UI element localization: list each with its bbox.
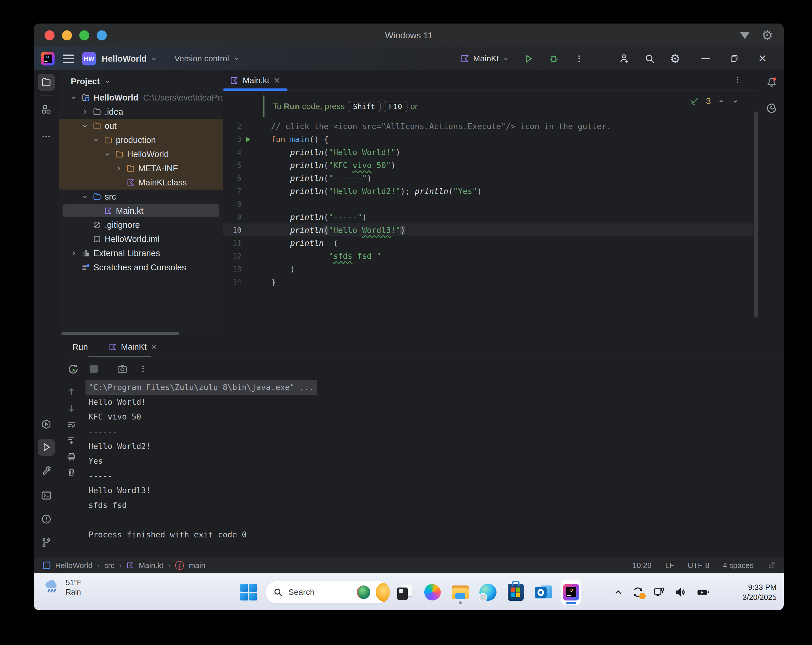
vm-settings-gear-icon[interactable]: ⚙ — [762, 29, 773, 42]
editor-scrollbar[interactable] — [754, 111, 758, 318]
start-button[interactable] — [240, 584, 257, 601]
terminal-tool-button[interactable] — [38, 487, 55, 504]
tree-item-helloworld-iml[interactable]: HelloWorld.iml — [59, 232, 223, 246]
run-tool-button[interactable] — [38, 439, 55, 456]
vm-dropdown-icon[interactable] — [740, 32, 750, 39]
tray-display-icon[interactable] — [653, 586, 665, 598]
stop-button[interactable] — [87, 362, 100, 375]
tree-item-mainkt-class[interactable]: MainKt.class — [59, 175, 223, 189]
tree-item-helloworld[interactable]: HelloWorldC:\Users\eve\IdeaProjec — [59, 90, 223, 105]
vcs-widget[interactable]: Version control — [174, 54, 240, 63]
editor-options-kebab-icon[interactable] — [733, 75, 742, 84]
notifications-bell-icon[interactable] — [763, 74, 780, 91]
tray-volume-icon[interactable] — [674, 586, 687, 598]
code-line-11[interactable]: 11 println ( — [223, 236, 753, 249]
project-horizontal-scrollbar[interactable] — [61, 332, 179, 335]
code-line-12[interactable]: 12 "sfds fsd " — [223, 249, 753, 262]
tree-item--gitignore[interactable]: .gitignore — [59, 218, 223, 232]
code-line-9[interactable]: 9 println("-----") — [223, 210, 753, 223]
code-line-4[interactable]: 4 println("Hello World!") — [223, 146, 753, 159]
line-ending[interactable]: LF — [665, 561, 674, 570]
editor-area[interactable]: 2// click the <icon src="AllIcons.Action… — [223, 70, 759, 336]
file-explorer-button[interactable] — [450, 579, 470, 605]
tray-battery-icon[interactable] — [696, 586, 710, 598]
project-tool-button[interactable] — [38, 74, 55, 91]
edge-button[interactable] — [478, 579, 498, 605]
chevron-down-icon[interactable] — [103, 150, 112, 159]
file-encoding[interactable]: UTF-8 — [688, 561, 710, 570]
taskbar-weather-widget[interactable]: 51°F Rain — [42, 578, 81, 597]
console-kebab-icon[interactable] — [136, 362, 150, 375]
console[interactable]: "C:\Program Files\Zulu\zulu-8\bin\java.e… — [59, 380, 784, 557]
tree-item-helloworld[interactable]: HelloWorld — [59, 147, 223, 161]
scroll-down-icon[interactable] — [66, 403, 77, 414]
chevron-down-icon[interactable] — [69, 93, 78, 102]
caret-position[interactable]: 10:29 — [632, 561, 652, 570]
tree-item-main-kt[interactable]: Main.kt — [59, 204, 223, 218]
scroll-to-end-icon[interactable] — [66, 435, 77, 447]
chevron-down-icon[interactable] — [92, 136, 101, 145]
outlook-button[interactable] — [534, 579, 553, 605]
print-icon[interactable] — [66, 451, 77, 462]
window-maximize-button[interactable] — [728, 52, 741, 65]
tree-item-meta-inf[interactable]: META-INF — [59, 161, 223, 175]
breadcrumb-src[interactable]: src — [104, 561, 115, 570]
services-tool-button[interactable] — [38, 416, 55, 433]
tree-item-production[interactable]: production — [59, 133, 223, 147]
tree-item-src[interactable]: src — [59, 189, 223, 204]
code-line-13[interactable]: 13 ) — [223, 262, 753, 275]
run-tab-close-icon[interactable]: ✕ — [151, 343, 157, 352]
task-view-button[interactable] — [395, 579, 415, 605]
run-configuration-selector[interactable]: MainKt — [460, 54, 510, 63]
ai-assistant-icon[interactable] — [763, 100, 780, 117]
project-panel-header[interactable]: Project — [59, 70, 223, 90]
intellij-idea-button[interactable]: IJ — [562, 579, 581, 605]
code-line-3[interactable]: 3fun main() { — [223, 133, 753, 146]
scroll-up-icon[interactable] — [66, 386, 77, 398]
tree-item-out[interactable]: out — [59, 119, 223, 133]
screenshot-camera-icon[interactable] — [116, 362, 129, 375]
code-line-5[interactable]: 5 println("KFC vivo 50") — [223, 159, 753, 172]
tree-item-scratches-and-consoles[interactable]: Scratches and Consoles — [59, 260, 223, 274]
structure-tool-button[interactable] — [38, 101, 55, 118]
search-everywhere-icon[interactable] — [643, 52, 656, 65]
run-tab-mainkt[interactable]: MainKt ✕ — [108, 342, 157, 352]
rerun-button[interactable] — [67, 362, 79, 375]
taskbar-clock[interactable]: 9:33 PM 3/20/2025 — [742, 574, 777, 610]
copilot-button[interactable] — [423, 579, 442, 605]
run-button[interactable] — [522, 52, 535, 65]
problems-tool-button[interactable] — [38, 511, 55, 528]
main-menu-button[interactable] — [63, 55, 74, 63]
tab-close-icon[interactable]: ✕ — [273, 76, 280, 85]
tree-item-external-libraries[interactable]: External Libraries — [59, 246, 223, 260]
code-line-6[interactable]: 6 println("------") — [223, 172, 753, 185]
code-line-14[interactable]: 14} — [223, 275, 753, 288]
project-avatar[interactable]: HW — [82, 52, 96, 66]
tree-item--idea[interactable]: .idea — [59, 105, 223, 119]
microsoft-store-button[interactable] — [506, 579, 525, 605]
chevron-down-icon[interactable] — [81, 192, 89, 201]
code-with-me-icon[interactable] — [618, 52, 631, 65]
inspections-widget[interactable]: 3 — [690, 96, 739, 106]
chevron-down-icon[interactable] — [81, 122, 89, 130]
code-line-8[interactable]: 8 — [223, 198, 753, 210]
code-line-7[interactable]: 7 println("Hello World2!"); println("Yes… — [223, 185, 753, 198]
more-actions-kebab-icon[interactable] — [572, 52, 586, 65]
code-line-10[interactable]: 10 println("Hello Wordl3!") — [223, 223, 753, 236]
prev-problem-chevron-icon[interactable] — [717, 97, 725, 105]
indent-setting[interactable]: 4 spaces — [723, 561, 754, 570]
tab-main-kt[interactable]: Main.kt ✕ — [223, 70, 288, 91]
build-tool-button[interactable] — [38, 462, 55, 479]
window-minimize-button[interactable] — [699, 52, 712, 65]
settings-gear-icon[interactable]: ⚙ — [669, 52, 682, 65]
breadcrumb-function[interactable]: main — [189, 561, 205, 570]
breadcrumb-file[interactable]: Main.kt — [139, 561, 163, 570]
breadcrumb-project[interactable]: HelloWorld — [55, 561, 93, 570]
project-selector[interactable]: HelloWorld — [102, 54, 157, 64]
next-problem-chevron-icon[interactable] — [731, 97, 739, 105]
chevron-right-icon[interactable] — [114, 164, 123, 173]
taskbar-search[interactable]: Search — [265, 581, 390, 604]
debug-button[interactable] — [547, 52, 560, 65]
tray-chevron-up-icon[interactable] — [613, 587, 623, 597]
clear-trash-icon[interactable] — [66, 466, 77, 478]
